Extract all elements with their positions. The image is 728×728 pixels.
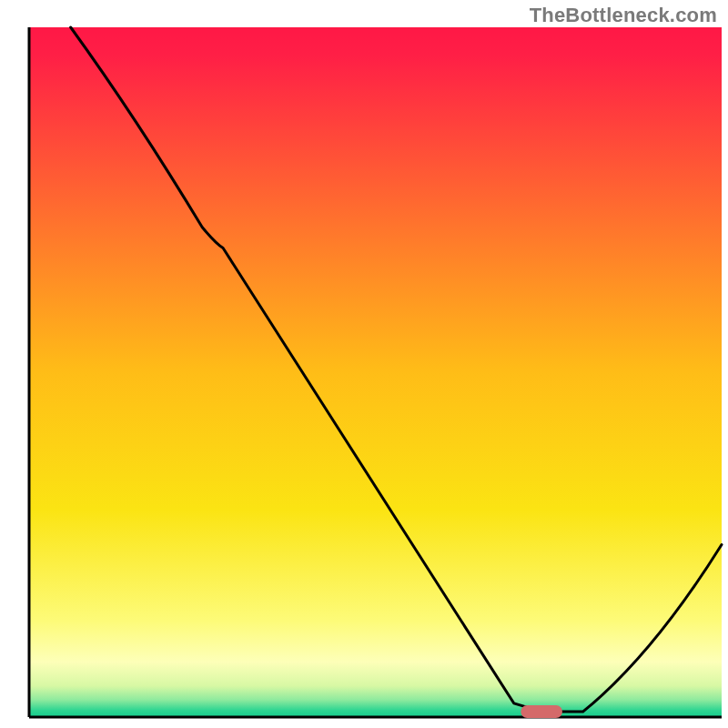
- bottleneck-chart: [0, 0, 728, 728]
- trough-marker: [521, 705, 562, 718]
- chart-background: [29, 27, 722, 717]
